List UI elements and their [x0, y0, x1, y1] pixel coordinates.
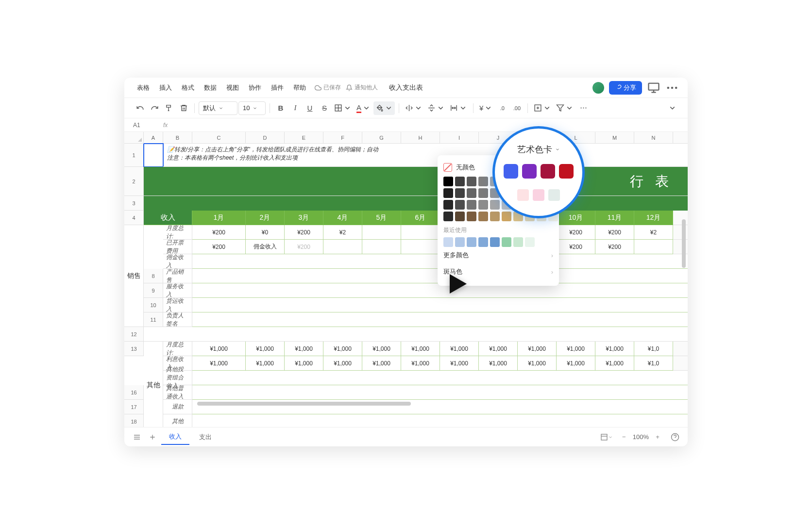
col-header[interactable]: C	[192, 132, 246, 144]
month-header[interactable]: 5月	[362, 211, 401, 225]
data-cell[interactable]: ¥2	[323, 225, 362, 240]
play-button[interactable]	[442, 269, 472, 300]
data-cell[interactable]: ¥1,000	[246, 356, 285, 371]
row-label[interactable]: 佣金收入	[163, 254, 192, 269]
color-swatch[interactable]	[478, 177, 488, 186]
group-other[interactable]: 其他	[144, 342, 163, 427]
row-header[interactable]: 4	[124, 211, 144, 225]
month-header[interactable]: 6月	[401, 211, 440, 225]
data-cell[interactable]: ¥1,000	[285, 356, 323, 371]
data-cell[interactable]: ¥1,000	[557, 342, 595, 356]
redo-button[interactable]	[148, 101, 161, 115]
col-header[interactable]: I	[440, 132, 479, 144]
more-menu-icon[interactable]	[665, 81, 679, 95]
row-label[interactable]: 产品销售	[163, 269, 192, 283]
data-cell[interactable]: ¥1,000	[246, 342, 285, 356]
data-cell[interactable]: ¥1,000	[401, 342, 440, 356]
color-swatch[interactable]	[455, 212, 465, 221]
title-band[interactable]: 行 表	[144, 167, 688, 196]
data-cell[interactable]: ¥1,000	[323, 356, 362, 371]
color-swatch[interactable]	[467, 188, 476, 198]
data-cell[interactable]: ¥0	[246, 225, 285, 240]
row-label[interactable]: 服务收入	[163, 283, 192, 298]
data-cell[interactable]: ¥200	[557, 225, 595, 240]
color-swatch[interactable]	[443, 212, 453, 221]
col-header[interactable]: F	[323, 132, 362, 144]
add-sheet-button[interactable]	[146, 430, 159, 444]
font-family-select[interactable]: 默认	[199, 101, 237, 115]
data-cell[interactable]	[362, 225, 401, 240]
col-header[interactable]: A	[144, 132, 163, 144]
art-light-swatch[interactable]	[517, 189, 529, 201]
undo-button[interactable]	[133, 101, 147, 115]
data-cell[interactable]: ¥2	[634, 225, 673, 240]
select-all-corner[interactable]	[124, 132, 144, 144]
color-swatch[interactable]	[478, 212, 488, 221]
recent-color-swatch[interactable]	[490, 237, 500, 247]
data-cell[interactable]: ¥1,000	[557, 356, 595, 371]
recent-color-swatch[interactable]	[513, 237, 523, 247]
month-header[interactable]: 10月	[557, 211, 595, 225]
more-tools-button[interactable]	[576, 101, 590, 115]
fill-color-button[interactable]	[373, 101, 395, 115]
italic-button[interactable]: I	[288, 101, 302, 115]
spreadsheet[interactable]: A B C D E F G H I J K L M N O 1 📝转发/分享：点…	[124, 132, 688, 427]
vertical-scrollbar[interactable]	[682, 219, 686, 268]
share-button[interactable]: 分享	[609, 81, 642, 95]
data-cell[interactable]	[362, 240, 401, 254]
color-swatch[interactable]	[490, 200, 500, 210]
data-cell[interactable]: ¥1,000	[362, 342, 401, 356]
row-label[interactable]: 已开票费用	[163, 240, 192, 254]
font-size-select[interactable]: 10	[238, 101, 266, 115]
menu-plugins[interactable]: 插件	[267, 82, 288, 94]
data-cell[interactable]	[192, 371, 688, 385]
user-avatar[interactable]	[592, 82, 604, 94]
increase-decimal-button[interactable]: .00	[510, 101, 524, 115]
data-cell[interactable]: ¥200	[192, 225, 246, 240]
data-cell[interactable]: ¥200	[557, 240, 595, 254]
data-cell[interactable]: ¥200	[595, 240, 634, 254]
underline-button[interactable]: U	[303, 101, 317, 115]
data-cell[interactable]: ¥1,000	[440, 342, 479, 356]
data-cell[interactable]: ¥1,0	[634, 356, 673, 371]
art-color-swatch[interactable]	[522, 164, 537, 179]
row-header[interactable]: 9	[144, 283, 163, 298]
data-cell[interactable]	[192, 385, 688, 400]
data-cell[interactable]	[634, 240, 673, 254]
bold-button[interactable]: B	[274, 101, 288, 115]
color-swatch[interactable]	[455, 188, 465, 198]
data-cell[interactable]: 佣金收入	[246, 240, 285, 254]
month-header[interactable]: 2月	[246, 211, 285, 225]
cell-a1[interactable]	[144, 144, 163, 167]
row-header[interactable]: 3	[124, 196, 144, 211]
data-cell[interactable]	[557, 269, 688, 283]
row-label[interactable]: 其他普通收入	[163, 385, 192, 400]
row-header[interactable]: 10	[144, 298, 163, 312]
row-header[interactable]: 13	[124, 342, 144, 356]
color-swatch[interactable]	[502, 212, 511, 221]
group-sales[interactable]: 销售	[124, 225, 144, 327]
align-vertical-button[interactable]	[425, 101, 447, 115]
row-label[interactable]: 月度总计:	[163, 225, 192, 240]
color-swatch[interactable]	[443, 177, 453, 186]
row-label[interactable]: 货运收入	[163, 298, 192, 312]
art-color-swatch[interactable]	[541, 164, 555, 179]
data-cell[interactable]	[192, 298, 688, 312]
data-cell[interactable]: ¥200	[285, 225, 323, 240]
color-swatch[interactable]	[467, 177, 476, 186]
decrease-decimal-button[interactable]: .0	[495, 101, 509, 115]
text-color-button[interactable]: A	[355, 101, 372, 115]
format-painter-button[interactable]	[162, 101, 176, 115]
row-header[interactable]: 17	[124, 400, 144, 414]
row-header[interactable]: 18	[124, 414, 144, 427]
art-light-swatch[interactable]	[548, 189, 560, 201]
row-header[interactable]: 14	[673, 342, 688, 356]
menu-view[interactable]: 视图	[222, 82, 243, 94]
art-light-swatch[interactable]	[533, 189, 544, 201]
strikethrough-button[interactable]: S	[318, 101, 331, 115]
collapse-toolbar-button[interactable]	[665, 101, 679, 115]
help-icon[interactable]	[668, 430, 682, 444]
color-swatch[interactable]	[467, 200, 476, 210]
data-cell[interactable]: ¥1,000	[192, 342, 246, 356]
data-cell[interactable]: ¥200	[192, 240, 246, 254]
